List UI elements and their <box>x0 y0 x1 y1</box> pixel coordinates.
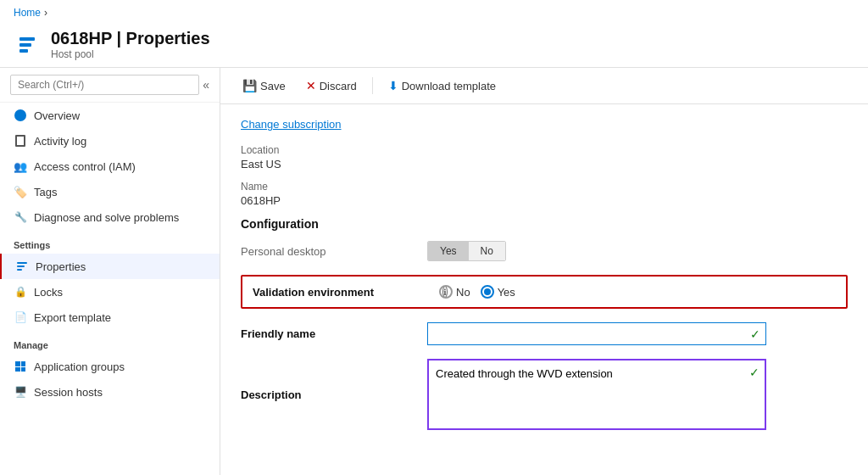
search-input[interactable] <box>10 75 199 95</box>
save-icon: 💾 <box>242 79 257 92</box>
sidebar-item-tags[interactable]: 🏷️ Tags <box>0 179 220 204</box>
hostpool-icon <box>19 37 35 53</box>
overview-icon <box>14 109 27 122</box>
sidebar-item-label: Application groups <box>34 360 125 373</box>
personal-desktop-row: Personal desktop Yes No <box>241 241 848 261</box>
tags-icon: 🏷️ <box>14 185 27 198</box>
sidebar-item-label: Diagnose and solve problems <box>34 211 179 224</box>
name-field: Name 0618HP <box>241 181 848 207</box>
description-textarea[interactable]: Created through the WVD extension <box>429 360 744 428</box>
validation-yes-option[interactable]: Yes <box>481 285 515 299</box>
location-label: Location <box>241 144 848 156</box>
download-template-label: Download template <box>402 80 496 92</box>
content-area: 💾 Save ✕ Discard ⬇ Download template Cha… <box>220 68 868 475</box>
page-subtitle: Host pool <box>51 48 210 60</box>
config-title: Configuration <box>241 217 848 231</box>
validation-yes-radio[interactable] <box>481 285 494 299</box>
sidebar-item-label: Access control (IAM) <box>34 160 136 173</box>
validation-no-option[interactable]: No <box>439 285 470 299</box>
save-button[interactable]: 💾 Save <box>234 75 294 97</box>
validation-env-label-container: Validation environment ℹ <box>253 286 439 299</box>
page-title: 0618HP | Properties Host pool <box>51 29 210 60</box>
export-template-icon: 📄 <box>14 310 27 324</box>
sidebar-item-activity-log[interactable]: Activity log <box>0 128 220 154</box>
change-subscription-link[interactable]: Change subscription <box>241 118 342 131</box>
sidebar-item-label: Tags <box>34 186 57 198</box>
sidebar-item-export-template[interactable]: 📄 Export template <box>0 305 220 330</box>
session-hosts-icon: 🖥️ <box>14 385 27 399</box>
access-control-icon: 👥 <box>14 159 27 173</box>
sidebar-item-label: Overview <box>34 109 80 122</box>
save-label: Save <box>260 80 286 92</box>
sidebar-search-container: « <box>0 68 220 103</box>
description-label: Description <box>241 388 427 401</box>
sidebar-item-label: Locks <box>34 286 63 299</box>
sidebar-item-access-control[interactable]: 👥 Access control (IAM) <box>0 154 220 179</box>
friendly-name-label: Friendly name <box>241 327 427 340</box>
page-header-icon <box>14 31 41 59</box>
collapse-button[interactable]: « <box>203 78 209 92</box>
name-label: Name <box>241 181 848 193</box>
friendly-name-check-icon: ✓ <box>750 327 760 341</box>
breadcrumb: Home › <box>0 0 868 25</box>
personal-desktop-no[interactable]: No <box>469 242 505 260</box>
download-template-button[interactable]: ⬇ Download template <box>380 75 504 97</box>
friendly-name-row: Friendly name ✓ <box>241 322 848 345</box>
discard-icon: ✕ <box>306 79 316 92</box>
sidebar-item-overview[interactable]: Overview <box>0 103 220 128</box>
configuration-section: Configuration Personal desktop Yes No Va… <box>241 217 848 430</box>
location-field: Location East US <box>241 144 848 170</box>
discard-button[interactable]: ✕ Discard <box>298 75 365 97</box>
validation-environment-row: Validation environment ℹ No Yes <box>241 275 848 309</box>
toolbar-divider <box>372 77 373 94</box>
activity-log-icon <box>14 134 27 148</box>
friendly-name-input-wrapper: ✓ <box>427 322 766 345</box>
personal-desktop-yes[interactable]: Yes <box>428 242 469 260</box>
page-title-text: 0618HP | Properties <box>51 29 210 48</box>
personal-desktop-toggle[interactable]: Yes No <box>427 241 506 261</box>
validation-no-radio[interactable] <box>439 285 453 299</box>
settings-section-label: Settings <box>0 230 220 254</box>
friendly-name-input[interactable] <box>428 323 750 344</box>
sidebar-item-application-groups[interactable]: Application groups <box>0 354 220 379</box>
sidebar-item-label: Session hosts <box>34 386 103 399</box>
toolbar: 💾 Save ✕ Discard ⬇ Download template <box>220 68 868 104</box>
description-input-wrapper: Created through the WVD extension ✓ <box>427 359 766 430</box>
validation-yes-label: Yes <box>498 286 515 299</box>
sidebar-item-label: Properties <box>36 260 86 273</box>
location-value: East US <box>241 158 848 170</box>
personal-desktop-label: Personal desktop <box>241 245 427 258</box>
description-row: Description Created through the WVD exte… <box>241 359 848 430</box>
sidebar-item-locks[interactable]: 🔒 Locks <box>0 279 220 305</box>
locks-icon: 🔒 <box>14 285 27 299</box>
page-header: 0618HP | Properties Host pool <box>0 25 868 68</box>
download-icon: ⬇ <box>388 79 398 92</box>
sidebar-item-label: Export template <box>34 311 111 324</box>
sidebar: « Overview Activity log 👥 Access control… <box>0 68 220 475</box>
sidebar-item-properties[interactable]: Properties <box>0 254 220 279</box>
form-area: Change subscription Location East US Nam… <box>220 104 868 475</box>
sidebar-item-session-hosts[interactable]: 🖥️ Session hosts <box>0 379 220 405</box>
description-check-icon: ✓ <box>749 366 760 379</box>
breadcrumb-home[interactable]: Home <box>14 7 41 19</box>
application-groups-icon <box>14 360 27 373</box>
discard-label: Discard <box>320 80 357 92</box>
validation-env-label: Validation environment <box>253 286 439 299</box>
sidebar-item-label: Activity log <box>34 135 86 148</box>
diagnose-icon: 🔧 <box>14 210 27 224</box>
validation-no-label: No <box>456 286 470 299</box>
name-value: 0618HP <box>241 194 848 207</box>
sidebar-item-diagnose[interactable]: 🔧 Diagnose and solve problems <box>0 204 220 230</box>
properties-icon <box>15 260 29 273</box>
breadcrumb-sep: › <box>44 7 47 19</box>
manage-section-label: Manage <box>0 330 220 354</box>
validation-radio-group: No Yes <box>439 285 515 299</box>
main-layout: « Overview Activity log 👥 Access control… <box>0 68 868 475</box>
